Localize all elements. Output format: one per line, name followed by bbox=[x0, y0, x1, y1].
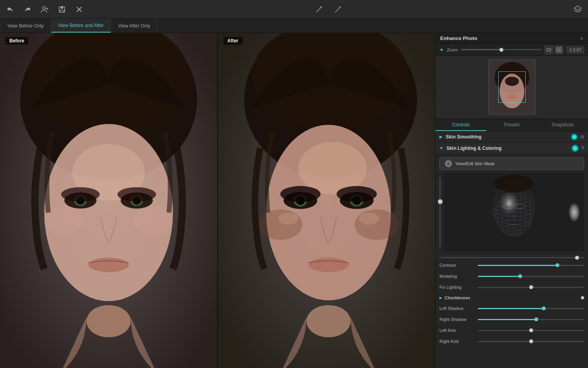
right-shadow-slider[interactable] bbox=[478, 319, 584, 320]
modeling-row: Modeling bbox=[436, 271, 588, 282]
vertical-slider[interactable] bbox=[439, 173, 441, 251]
skin-lighting-power[interactable] bbox=[572, 145, 578, 151]
thumbnail-portrait bbox=[489, 60, 535, 115]
left-shadow-slider[interactable] bbox=[478, 308, 584, 309]
tab-controls[interactable]: Controls bbox=[436, 119, 486, 131]
left-kick-thumb[interactable] bbox=[529, 328, 533, 332]
svg-point-43 bbox=[307, 305, 351, 337]
cheekbones-subsection[interactable]: ▶ Cheekbones bbox=[436, 293, 588, 303]
cheekbones-label: Cheekbones bbox=[445, 295, 470, 300]
zoom-slider[interactable] bbox=[461, 49, 541, 50]
skin-smoothing-power[interactable] bbox=[572, 134, 577, 140]
skin-smoothing-section[interactable]: ▶ Skin Smoothing ⊙ bbox=[436, 131, 588, 142]
vertical-slider-track[interactable] bbox=[439, 177, 441, 248]
after-portrait-svg bbox=[218, 33, 435, 368]
skin-mask-button[interactable]: View/Edit Skin Mask bbox=[439, 157, 584, 170]
svg-rect-52 bbox=[558, 49, 560, 51]
pen-remove-tool[interactable] bbox=[332, 4, 343, 15]
tab-view-before-only[interactable]: View Before Only bbox=[0, 19, 51, 33]
pen-add-tool[interactable] bbox=[314, 4, 325, 15]
redo-button[interactable] bbox=[22, 4, 33, 15]
thumbnail bbox=[488, 60, 535, 115]
panel-close-icon[interactable]: × bbox=[580, 35, 583, 42]
zoom-100-button[interactable] bbox=[555, 46, 563, 54]
modeling-label: Modeling bbox=[439, 274, 475, 279]
svg-point-42 bbox=[309, 258, 349, 272]
cheekbones-dot bbox=[581, 296, 584, 299]
right-kick-thumb[interactable] bbox=[529, 339, 533, 343]
main-content: Before bbox=[0, 33, 588, 368]
svg-point-46 bbox=[278, 213, 298, 225]
skin-smoothing-label: Skin Smoothing bbox=[446, 134, 568, 140]
modeling-thumb[interactable] bbox=[518, 274, 522, 278]
fix-lighting-row: Fix Lighting bbox=[436, 282, 588, 293]
bottom-h-slider[interactable] bbox=[436, 255, 588, 260]
face-mesh-svg bbox=[486, 175, 541, 250]
fix-lighting-label: Fix Lighting bbox=[439, 285, 475, 290]
skin-lighting-help[interactable]: ? bbox=[581, 146, 584, 151]
light-orb bbox=[568, 202, 580, 222]
left-shadow-label: Left Shadow bbox=[439, 306, 475, 311]
tab-view-after-only[interactable]: View After Only bbox=[111, 19, 158, 33]
tab-view-before-and-after[interactable]: View Before and After bbox=[51, 19, 111, 33]
right-shadow-row: Right Shadow bbox=[436, 314, 588, 325]
svg-point-45 bbox=[355, 210, 399, 240]
skin-lighting-section-header[interactable]: ▼ Skin Lighting & Coloring ? bbox=[436, 142, 588, 154]
after-panel: After bbox=[218, 33, 435, 368]
add-person-button[interactable] bbox=[39, 4, 50, 15]
contrast-thumb[interactable] bbox=[555, 263, 559, 267]
svg-point-47 bbox=[359, 213, 379, 225]
skin-smoothing-chevron: ▶ bbox=[439, 135, 443, 139]
zoom-icons bbox=[544, 46, 563, 54]
right-shadow-thumb[interactable] bbox=[534, 317, 538, 321]
svg-point-44 bbox=[258, 210, 303, 240]
left-kick-slider[interactable] bbox=[478, 330, 584, 331]
panel-title-bar: Enhance Photo × bbox=[436, 33, 588, 44]
modeling-slider[interactable] bbox=[478, 276, 584, 277]
bottom-h-slider-track[interactable] bbox=[439, 257, 584, 258]
right-kick-slider[interactable] bbox=[478, 341, 584, 342]
skin-lighting-label: Skin Lighting & Coloring bbox=[446, 146, 569, 151]
cheekbones-arrow: ▶ bbox=[439, 296, 442, 300]
svg-point-37 bbox=[280, 186, 321, 202]
svg-point-24 bbox=[118, 187, 156, 202]
right-kick-row: Right Kick bbox=[436, 336, 588, 347]
mask-icon bbox=[445, 160, 452, 168]
skin-smoothing-scroll-icon[interactable]: ⊙ bbox=[580, 134, 584, 140]
toolbar bbox=[0, 0, 588, 19]
close-button[interactable] bbox=[74, 4, 85, 15]
save-button[interactable] bbox=[56, 4, 67, 15]
fix-lighting-slider[interactable] bbox=[478, 287, 584, 288]
controls-area: ▶ Skin Smoothing ⊙ ▼ Skin Lighting & Col… bbox=[436, 131, 588, 368]
tab-snapshots[interactable]: Snapshots bbox=[537, 119, 588, 131]
right-panel: Enhance Photo × ▼ Zoom bbox=[435, 33, 588, 368]
bottom-h-slider-thumb[interactable] bbox=[575, 256, 579, 260]
view-tabs: View Before Only View Before and After V… bbox=[0, 19, 588, 33]
tab-presets[interactable]: Presets bbox=[486, 119, 537, 131]
svg-point-25 bbox=[89, 258, 129, 272]
thumbnail-area bbox=[436, 56, 588, 119]
before-portrait-svg bbox=[0, 33, 217, 368]
zoom-chevron[interactable]: ▼ bbox=[439, 47, 444, 52]
zoom-fit-button[interactable] bbox=[544, 46, 553, 54]
zoom-bar: ▼ Zoom bbox=[436, 44, 588, 56]
svg-point-72 bbox=[499, 193, 519, 216]
vertical-slider-thumb[interactable] bbox=[438, 199, 443, 204]
contrast-row: Contrast bbox=[436, 260, 588, 271]
zoom-label: Zoom bbox=[447, 47, 458, 52]
before-label: Before bbox=[5, 37, 28, 45]
zoom-ratio: 1:3.67 bbox=[566, 46, 584, 53]
contrast-label: Contrast bbox=[439, 263, 475, 268]
photo-area: Before bbox=[0, 33, 435, 368]
left-shadow-thumb[interactable] bbox=[542, 306, 546, 310]
undo-button[interactable] bbox=[5, 4, 16, 15]
panel-tabs: Controls Presets Snapshots bbox=[436, 119, 588, 131]
layers-button[interactable] bbox=[572, 4, 583, 15]
left-kick-row: Left Kick bbox=[436, 325, 588, 336]
svg-point-20 bbox=[61, 187, 100, 202]
svg-point-57 bbox=[507, 95, 517, 99]
contrast-slider[interactable] bbox=[478, 265, 584, 266]
before-photo bbox=[0, 33, 217, 368]
svg-point-76 bbox=[494, 175, 534, 192]
fix-lighting-thumb[interactable] bbox=[529, 285, 533, 289]
